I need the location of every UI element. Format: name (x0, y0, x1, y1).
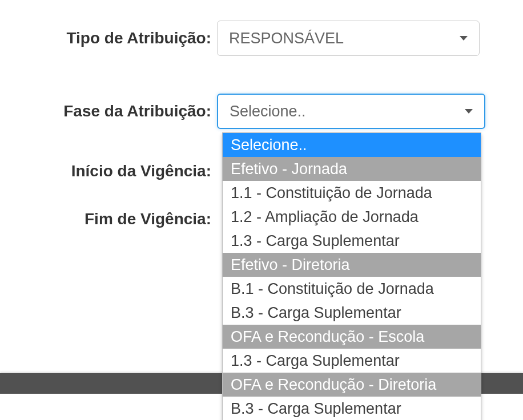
select-fase-wrapper: Selecione.. Selecione..Efetivo - Jornada… (217, 94, 485, 129)
select-fase-option[interactable]: B.3 - Carga Suplementar (223, 397, 481, 420)
label-inicio: Início da Vigência: (0, 162, 217, 180)
select-fase-option[interactable]: OFA e Recondução - Diretoria (223, 373, 481, 397)
select-fase-option[interactable]: 1.1 - Constituição de Jornada (223, 181, 481, 205)
chevron-down-icon (460, 36, 468, 41)
row-tipo: Tipo de Atribuição: RESPONSÁVEL (0, 21, 523, 56)
select-tipo[interactable]: RESPONSÁVEL (217, 21, 480, 56)
label-fim: Fim de Vigência: (0, 210, 217, 228)
select-fase-value: Selecione.. (230, 103, 306, 120)
select-fase-option[interactable]: Selecione.. (223, 133, 481, 157)
form: Tipo de Atribuição: RESPONSÁVEL Fase da … (0, 0, 523, 228)
chevron-down-icon (465, 109, 473, 114)
select-tipo-value: RESPONSÁVEL (229, 30, 344, 47)
select-fase-option[interactable]: B.1 - Constituição de Jornada (223, 277, 481, 301)
select-fase-option[interactable]: Efetivo - Jornada (223, 157, 481, 181)
select-fase-option[interactable]: Efetivo - Diretoria (223, 253, 481, 277)
row-fase: Fase da Atribuição: Selecione.. Selecion… (0, 94, 523, 129)
select-fase[interactable]: Selecione.. (217, 94, 485, 129)
select-fase-option[interactable]: 1.3 - Carga Suplementar (223, 229, 481, 253)
label-tipo: Tipo de Atribuição: (0, 29, 217, 47)
select-fase-option[interactable]: B.3 - Carga Suplementar (223, 301, 481, 325)
select-fase-option[interactable]: OFA e Recondução - Escola (223, 325, 481, 349)
select-fase-option[interactable]: 1.2 - Ampliação de Jornada (223, 205, 481, 229)
select-fase-dropdown: Selecione..Efetivo - Jornada1.1 - Consti… (222, 132, 481, 420)
label-fase: Fase da Atribuição: (0, 102, 217, 120)
select-fase-option[interactable]: 1.3 - Carga Suplementar (223, 349, 481, 373)
